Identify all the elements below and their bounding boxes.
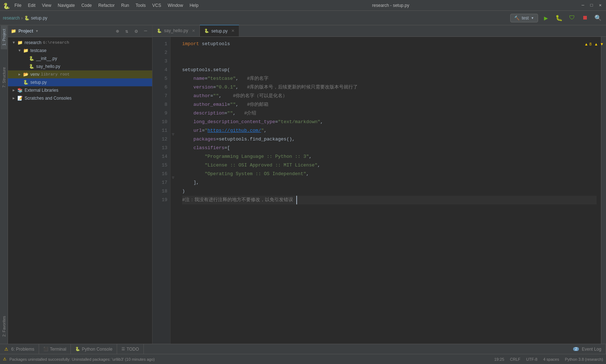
project-settings-button[interactable]: ⚙ <box>133 27 140 35</box>
code-line-13: classifiers=[ <box>182 144 597 152</box>
project-label: Project <box>18 29 33 34</box>
setup-py-icon: 🐍 <box>22 79 29 86</box>
line-num-6: 6 <box>152 83 167 92</box>
tree-scratches[interactable]: ▶ 📝 Scratches and Consoles <box>8 94 152 102</box>
tree-venv[interactable]: ▶ 📂 venv library root <box>8 70 152 78</box>
todo-label: TODO <box>126 347 139 352</box>
stop-button[interactable]: ⏹ <box>580 13 590 23</box>
menu-navigate[interactable]: Navigate <box>55 2 78 9</box>
status-time[interactable]: 19:25 <box>494 357 504 361</box>
debug-button[interactable]: 🐛 <box>554 13 564 23</box>
tab-say-hello[interactable]: 🐍 say_hello.py ✕ <box>152 25 200 36</box>
breadcrumb-file: 🐍 setup.py <box>24 16 47 21</box>
menu-file[interactable]: File <box>12 2 24 9</box>
root-folder-icon: 📁 <box>17 39 23 46</box>
menu-code[interactable]: Code <box>78 2 95 9</box>
line-num-1: 1 <box>152 40 167 48</box>
tree-init-py[interactable]: 🐍 __init__.py <box>8 55 152 62</box>
coverage-button[interactable]: 🛡 <box>567 13 577 23</box>
warning-nav-down[interactable]: ▼ <box>600 42 604 46</box>
search-everywhere-button[interactable]: 🔍 <box>593 13 603 23</box>
say-hello-py-icon: 🐍 <box>28 63 35 70</box>
line-num-7: 7 <box>152 92 167 100</box>
tree-testcase[interactable]: ▼ 📁 testcase <box>8 47 152 55</box>
collapse-all-button[interactable]: ⇅ <box>123 27 130 35</box>
editor-content[interactable]: 1 2 3 4 5 6 7 8 9 10 11 12 13 14 15 16 1… <box>152 37 606 344</box>
warning-nav-up[interactable]: ▲ <box>594 42 598 46</box>
code-line-12: packages=setuptools.find_packages(), <box>182 135 597 144</box>
run-config-selector[interactable]: 🔨 test ▼ <box>510 14 538 22</box>
menu-edit[interactable]: Edit <box>25 2 38 9</box>
fold-17[interactable]: ▽ <box>172 176 174 180</box>
project-header: 📁 Project ▼ ⊕ ⇅ ⚙ ─ <box>8 25 152 37</box>
menu-window[interactable]: Window <box>165 2 186 9</box>
code-line-2 <box>182 48 597 57</box>
menu-tools[interactable]: Tools <box>133 2 149 9</box>
setup-tab-label: setup.py <box>211 29 228 34</box>
favorites-tab-btn[interactable]: 2: Favorites <box>1 312 7 340</box>
terminal-tab[interactable]: ⬛ Terminal <box>39 344 71 354</box>
project-folder-icon: 📁 <box>11 29 16 34</box>
tab-setup[interactable]: 🐍 setup.py ✕ <box>200 25 239 36</box>
main-area: 1: Project 7: Structure 2: Favorites 📁 P… <box>0 25 606 344</box>
root-path: G:\research <box>43 40 69 45</box>
structure-tab-btn[interactable]: 7: Structure <box>1 64 7 91</box>
menu-run[interactable]: Run <box>118 2 132 9</box>
tree-external-libraries[interactable]: ▶ 📚 External Libraries <box>8 86 152 94</box>
locate-file-button[interactable]: ⊕ <box>114 27 121 35</box>
code-line-4: setuptools.setup( <box>182 66 597 74</box>
warnings-indicator[interactable]: ▲ 8 ▲ ▼ <box>582 40 606 48</box>
testcase-label: testcase <box>30 48 47 53</box>
venv-extra: library root <box>41 72 69 77</box>
project-header-icons: ⊕ ⇅ ⚙ ─ <box>114 27 149 35</box>
terminal-icon: ⬛ <box>43 347 48 351</box>
status-line-ending[interactable]: CRLF <box>510 357 520 361</box>
code-gutter: ▽ ▽ <box>171 37 178 344</box>
line-num-18: 18 <box>152 187 167 196</box>
problems-tab[interactable]: ⚠ 6: Problems <box>0 344 39 354</box>
line-num-3: 3 <box>152 57 167 66</box>
tree-root[interactable]: ▼ 📁 research G:\research <box>8 39 152 47</box>
menu-help[interactable]: Help <box>187 2 202 9</box>
breadcrumb-project[interactable]: research <box>3 16 20 21</box>
problems-icon: ⚠ <box>4 347 8 352</box>
python-console-tab[interactable]: 🐍 Python Console <box>71 344 117 354</box>
status-encoding[interactable]: UTF-8 <box>526 357 537 361</box>
line-num-8: 8 <box>152 100 167 109</box>
minimize-button[interactable]: ─ <box>580 3 586 8</box>
editor-scrollbar[interactable] <box>601 37 606 344</box>
scratches-label: Scratches and Consoles <box>25 96 72 101</box>
say-hello-tab-close[interactable]: ✕ <box>192 29 195 33</box>
close-button[interactable]: ✕ <box>597 3 603 8</box>
fold-13[interactable]: ▽ <box>172 132 174 136</box>
tree-arrow-testcase: ▼ <box>17 49 22 53</box>
project-dropdown-icon[interactable]: ▼ <box>35 29 39 33</box>
menu-refactor[interactable]: Refactor <box>95 2 117 9</box>
tree-setup-py[interactable]: 🐍 setup.py <box>8 78 152 86</box>
code-line-11: url="https://github.com/", <box>182 126 597 135</box>
breadcrumb-file-name[interactable]: setup.py <box>31 16 47 21</box>
hide-panel-button[interactable]: ─ <box>142 27 149 35</box>
ext-lib-label: External Libraries <box>25 88 58 93</box>
todo-tab[interactable]: ☰ TODO <box>117 344 143 354</box>
setup-tab-close[interactable]: ✕ <box>231 29 235 33</box>
warning-count: ▲ 8 <box>584 42 592 46</box>
maximize-button[interactable]: □ <box>589 3 594 8</box>
tree-say-hello-py[interactable]: 🐍 say_hello.py <box>8 62 152 70</box>
code-line-16: "Operating System :: OS Independent", <box>182 170 597 178</box>
event-log-tab[interactable]: 2 Event Log <box>569 344 606 354</box>
status-indent[interactable]: 4 spaces <box>543 357 559 361</box>
breadcrumb: research › 🐍 setup.py <box>3 16 47 21</box>
venv-icon: 📂 <box>22 71 29 78</box>
run-config-icon: 🔨 <box>514 16 520 21</box>
menu-view[interactable]: View <box>39 2 54 9</box>
run-button[interactable]: ▶ <box>541 13 551 23</box>
project-tab[interactable]: 1: Project <box>1 25 7 49</box>
menu-vcs[interactable]: VCS <box>149 2 164 9</box>
line-num-12: 12 <box>152 135 167 144</box>
code-editor[interactable]: import setuptools setuptools.setup( name… <box>178 37 601 344</box>
status-interpreter[interactable]: Python 3.8 (research) <box>565 357 603 361</box>
event-log-label: Event Log <box>582 347 601 352</box>
code-line-19: #注：我没有进行注释的地方不要修改，以免引发错误 <box>182 196 597 204</box>
tree-arrow-venv: ▶ <box>17 72 22 77</box>
